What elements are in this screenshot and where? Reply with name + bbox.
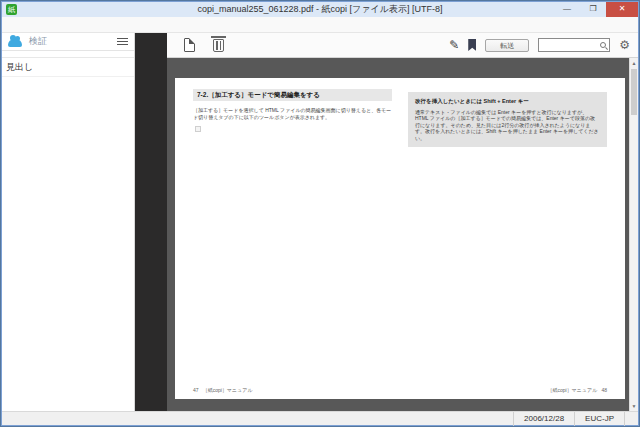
- search-icon: [600, 42, 606, 48]
- close-button[interactable]: ✕: [606, 2, 638, 17]
- document-viewport: 7-2.［加工する］モードで簡易編集をする ［加工する］モードを選択して HTM…: [167, 58, 638, 411]
- vertical-scrollbar[interactable]: ▲ ▼: [629, 58, 638, 411]
- section-heading: 7-2.［加工する］モードで簡易編集をする: [193, 89, 392, 101]
- sidebar-header-label: 検証: [29, 35, 47, 48]
- page-number-right: 48: [601, 387, 607, 393]
- list-view-icon[interactable]: [117, 38, 128, 45]
- status-resize-grip: [624, 412, 638, 426]
- scrollbar-thumb[interactable]: [631, 69, 637, 115]
- status-encoding: EUC-JP: [574, 412, 624, 426]
- sidebar-header: 検証: [2, 33, 134, 51]
- gear-icon[interactable]: ⚙: [619, 39, 630, 51]
- box-strip: [135, 33, 167, 411]
- search-input[interactable]: [539, 40, 600, 51]
- tip-box: 改行を挿入したいときには Shift + Enter キー 通常テキスト・ファイ…: [408, 92, 607, 147]
- headings-section-label: 見出し: [2, 58, 134, 77]
- search-box[interactable]: [538, 38, 610, 52]
- edit-toolbar-figure: [195, 126, 201, 132]
- status-bar: 2006/12/28 EUC-JP: [2, 411, 638, 425]
- toolbar: ✎ 転送 ⚙: [167, 33, 638, 58]
- pdf-page: 7-2.［加工する］モードで簡易編集をする ［加工する］モードを選択して HTM…: [175, 78, 625, 399]
- transfer-button[interactable]: 転送: [485, 39, 529, 52]
- right-region: ✎ 転送 ⚙ 7-2.［加工する］モードで簡易編集をする ［加工する］モードを選…: [167, 33, 638, 411]
- scroll-down-icon[interactable]: ▼: [630, 401, 638, 411]
- new-document-icon[interactable]: [184, 38, 195, 52]
- section-intro: ［加工する］モードを選択して HTML ファイルの簡易編集画面に切り替えると、各…: [193, 107, 392, 120]
- sidebar: 検証 見出し: [2, 33, 135, 411]
- page-left-column: 7-2.［加工する］モードで簡易編集をする ［加工する］モードを選択して HTM…: [193, 89, 392, 393]
- page-number-left: 47: [193, 387, 199, 393]
- footer-label-left: ［紙copi］マニュアル: [203, 387, 253, 393]
- status-date: 2006/12/28: [513, 412, 574, 426]
- main-area: 検証 見出し ✎ 転送 ⚙: [2, 33, 638, 411]
- minimize-button[interactable]: —: [554, 2, 580, 17]
- scroll-up-icon[interactable]: ▲: [630, 58, 638, 68]
- delete-icon[interactable]: [213, 39, 224, 52]
- tip-body: 通常テキスト・ファイルの編集では Enter キーを押すと改行になりますが、HT…: [415, 109, 600, 142]
- maximize-button[interactable]: ❒: [580, 2, 606, 17]
- app-window: 紙 copi_manual255_061228.pdf - 紙copi [ファイ…: [0, 0, 640, 427]
- folder-tree: [2, 51, 134, 58]
- edit-pencil-icon[interactable]: ✎: [449, 38, 459, 52]
- menu-bar: [2, 17, 638, 33]
- file-list: [2, 77, 134, 411]
- page-right-column: 改行を挿入したいときには Shift + Enter キー 通常テキスト・ファイ…: [408, 89, 607, 393]
- tip-title: 改行を挿入したいときには Shift + Enter キー: [415, 98, 600, 105]
- cloud-icon: [8, 39, 22, 47]
- page-footer-right: ［紙copi］マニュアル 48: [408, 383, 607, 394]
- footer-label-right: ［紙copi］マニュアル: [548, 387, 598, 393]
- bookmark-icon[interactable]: [468, 39, 476, 51]
- title-bar: 紙 copi_manual255_061228.pdf - 紙copi [ファイ…: [2, 2, 638, 17]
- page-footer-left: 47 ［紙copi］マニュアル: [193, 383, 392, 394]
- window-title: copi_manual255_061228.pdf - 紙copi [ファイル表…: [2, 3, 638, 16]
